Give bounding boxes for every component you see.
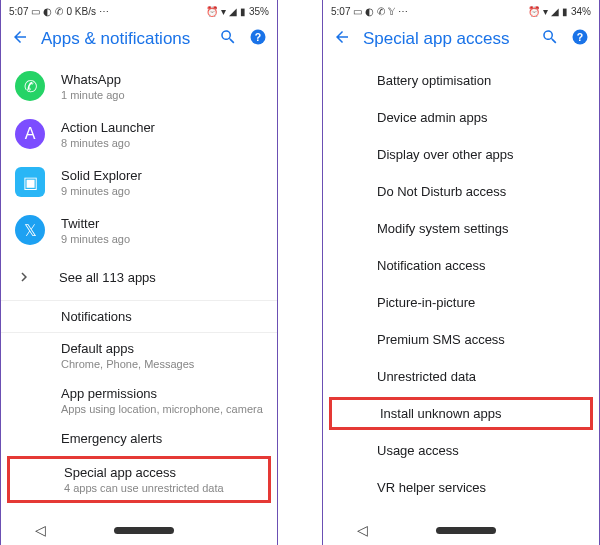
chevron-right-icon bbox=[15, 268, 33, 286]
nav-back-icon[interactable]: ◁ bbox=[357, 522, 368, 538]
whatsapp-icon: ✆ bbox=[377, 6, 385, 17]
app-sub: 8 minutes ago bbox=[61, 137, 263, 149]
app-sub: 9 minutes ago bbox=[61, 233, 263, 245]
status-time: 5:07 bbox=[331, 6, 350, 17]
item-vr-helper-services[interactable]: VR helper services bbox=[323, 469, 599, 506]
item-battery-optimisation[interactable]: Battery optimisation bbox=[323, 62, 599, 99]
app-row-twitter[interactable]: 𝕏 Twitter9 minutes ago bbox=[1, 206, 277, 254]
item-label: Special app access bbox=[64, 465, 260, 480]
phone-right: 5:07 ▭ ◐ ✆ 𝕐 ⋯ ⏰ ▾ ◢ ▮ 34% Special app a… bbox=[322, 0, 600, 545]
wifi-icon: ▾ bbox=[221, 6, 226, 17]
status-bar: 5:07 ▭ ◐ ✆ 0 KB/s ⋯ ⏰ ▾ ◢ ▮ 35% bbox=[1, 0, 277, 18]
item-modify-system-settings[interactable]: Modify system settings bbox=[323, 210, 599, 247]
signal-icon: ◢ bbox=[229, 6, 237, 17]
phone-left: 5:07 ▭ ◐ ✆ 0 KB/s ⋯ ⏰ ▾ ◢ ▮ 35% Apps & n… bbox=[0, 0, 278, 545]
app-bar: Apps & notifications ? bbox=[1, 18, 277, 62]
item-label: Battery optimisation bbox=[377, 73, 491, 88]
back-icon[interactable] bbox=[11, 28, 29, 50]
app-bar: Special app access ? bbox=[323, 18, 599, 62]
item-special-app-access[interactable]: Special app access4 apps can use unrestr… bbox=[7, 456, 271, 503]
item-device-admin-apps[interactable]: Device admin apps bbox=[323, 99, 599, 136]
kbps-indicator: 0 KB/s bbox=[66, 6, 95, 17]
item-label: Notification access bbox=[377, 258, 485, 273]
item-install-unknown-apps[interactable]: Install unknown apps bbox=[329, 397, 593, 430]
svg-text:?: ? bbox=[577, 31, 583, 43]
item-label: Do Not Disturb access bbox=[377, 184, 506, 199]
item-label: Premium SMS access bbox=[377, 332, 505, 347]
app-row-solid-explorer[interactable]: ▣ Solid Explorer9 minutes ago bbox=[1, 158, 277, 206]
item-label: Emergency alerts bbox=[61, 431, 263, 446]
battery-icon: ▮ bbox=[562, 6, 568, 17]
see-all-label: See all 113 apps bbox=[59, 270, 156, 285]
alarm-icon: ⏰ bbox=[206, 6, 218, 17]
item-sub: Apps using location, microphone, camera bbox=[61, 403, 263, 415]
screen-title: Special app access bbox=[363, 29, 529, 49]
item-label: Unrestricted data bbox=[377, 369, 476, 384]
item-label: Default apps bbox=[61, 341, 263, 356]
item-label: App permissions bbox=[61, 386, 263, 401]
app-name: Solid Explorer bbox=[61, 168, 263, 183]
nav-home-pill[interactable] bbox=[114, 527, 174, 534]
battery-percent: 35% bbox=[249, 6, 269, 17]
item-unrestricted-data[interactable]: Unrestricted data bbox=[323, 358, 599, 395]
more-icon: ⋯ bbox=[99, 6, 109, 17]
item-default-apps[interactable]: Default appsChrome, Phone, Messages bbox=[1, 333, 277, 378]
wifi-icon: ▾ bbox=[543, 6, 548, 17]
item-label: Install unknown apps bbox=[380, 406, 501, 421]
app-sub: 9 minutes ago bbox=[61, 185, 263, 197]
alarm-icon: ⏰ bbox=[528, 6, 540, 17]
battery-percent: 34% bbox=[571, 6, 591, 17]
nav-bar: ◁ bbox=[1, 515, 277, 545]
item-label: Notifications bbox=[61, 309, 263, 324]
screen-title: Apps & notifications bbox=[41, 29, 207, 49]
item-label: Picture-in-picture bbox=[377, 295, 475, 310]
svg-text:?: ? bbox=[255, 31, 261, 43]
item-sub: Chrome, Phone, Messages bbox=[61, 358, 263, 370]
item-display-over-other-apps[interactable]: Display over other apps bbox=[323, 136, 599, 173]
search-icon[interactable] bbox=[541, 28, 559, 50]
app-row-whatsapp[interactable]: ✆ WhatsApp1 minute ago bbox=[1, 62, 277, 110]
back-icon[interactable] bbox=[333, 28, 351, 50]
search-icon[interactable] bbox=[219, 28, 237, 50]
nav-bar: ◁ bbox=[323, 515, 599, 545]
item-label: VR helper services bbox=[377, 480, 486, 495]
item-label: Device admin apps bbox=[377, 110, 488, 125]
status-icon: ◐ bbox=[43, 6, 52, 17]
item-app-permissions[interactable]: App permissionsApps using location, micr… bbox=[1, 378, 277, 423]
app-row-action-launcher[interactable]: A Action Launcher8 minutes ago bbox=[1, 110, 277, 158]
item-notification-access[interactable]: Notification access bbox=[323, 247, 599, 284]
status-icon: ◐ bbox=[365, 6, 374, 17]
app-name: WhatsApp bbox=[61, 72, 263, 87]
nav-back-icon[interactable]: ◁ bbox=[35, 522, 46, 538]
signal-icon: ◢ bbox=[551, 6, 559, 17]
status-icon: ▭ bbox=[31, 6, 40, 17]
item-picture-in-picture[interactable]: Picture-in-picture bbox=[323, 284, 599, 321]
item-sub: 4 apps can use unrestricted data bbox=[64, 482, 260, 494]
access-list: Battery optimisation Device admin apps D… bbox=[323, 62, 599, 515]
nav-home-pill[interactable] bbox=[436, 527, 496, 534]
item-label: Usage access bbox=[377, 443, 459, 458]
see-all-apps[interactable]: See all 113 apps bbox=[1, 254, 277, 300]
action-launcher-app-icon: A bbox=[15, 119, 45, 149]
help-icon[interactable]: ? bbox=[249, 28, 267, 50]
status-icon: ▭ bbox=[353, 6, 362, 17]
item-emergency-alerts[interactable]: Emergency alerts bbox=[1, 423, 277, 454]
app-name: Action Launcher bbox=[61, 120, 263, 135]
whatsapp-app-icon: ✆ bbox=[15, 71, 45, 101]
status-bar: 5:07 ▭ ◐ ✆ 𝕐 ⋯ ⏰ ▾ ◢ ▮ 34% bbox=[323, 0, 599, 18]
app-sub: 1 minute ago bbox=[61, 89, 263, 101]
twitter-icon: 𝕐 bbox=[388, 6, 395, 17]
item-usage-access[interactable]: Usage access bbox=[323, 432, 599, 469]
solid-explorer-app-icon: ▣ bbox=[15, 167, 45, 197]
item-premium-sms-access[interactable]: Premium SMS access bbox=[323, 321, 599, 358]
help-icon[interactable]: ? bbox=[571, 28, 589, 50]
status-time: 5:07 bbox=[9, 6, 28, 17]
item-notifications[interactable]: Notifications bbox=[1, 301, 277, 332]
twitter-app-icon: 𝕏 bbox=[15, 215, 45, 245]
item-do-not-disturb-access[interactable]: Do Not Disturb access bbox=[323, 173, 599, 210]
battery-icon: ▮ bbox=[240, 6, 246, 17]
item-label: Display over other apps bbox=[377, 147, 514, 162]
whatsapp-icon: ✆ bbox=[55, 6, 63, 17]
apps-list: ✆ WhatsApp1 minute ago A Action Launcher… bbox=[1, 62, 277, 515]
item-directory-access[interactable]: Directory access bbox=[323, 506, 599, 515]
